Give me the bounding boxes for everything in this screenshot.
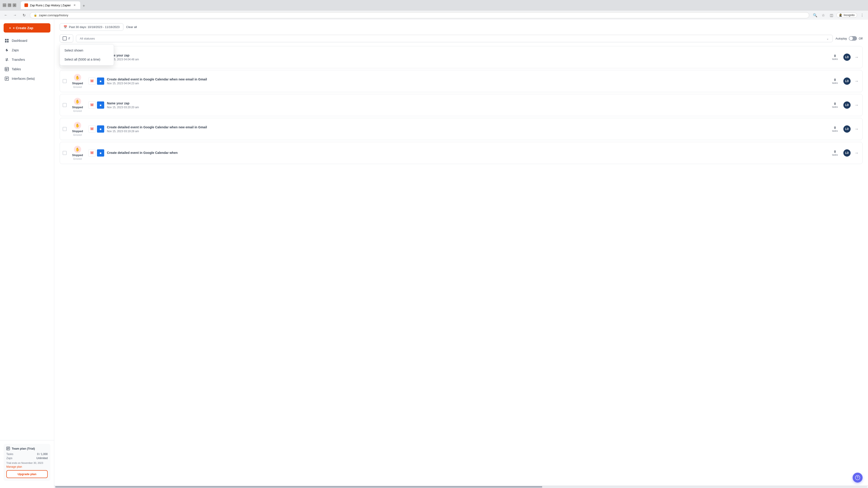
row-arrow-button[interactable]: → xyxy=(853,78,860,84)
interfaces-icon xyxy=(4,76,9,81)
row-arrow-button[interactable]: → xyxy=(853,54,860,60)
menu-button[interactable]: ⋮ xyxy=(859,12,865,18)
chevron-down-icon: ⌄ xyxy=(827,37,829,40)
select-dropdown-button[interactable]: ⇵ xyxy=(60,34,73,42)
search-button[interactable]: 🔍 xyxy=(812,12,818,18)
tasks-count: 0 xyxy=(829,102,841,105)
status-sub: Errored xyxy=(73,133,82,136)
app-icons: M ■ xyxy=(88,125,104,133)
status-icon: ✋ xyxy=(74,146,81,153)
status-sub: Errored xyxy=(73,86,82,88)
autoplay-label: Autoplay xyxy=(835,37,847,40)
sidebar-bottom: Team plan (Trial) Tasks 0 / 1,000 Zaps U… xyxy=(0,440,54,484)
row-checkbox[interactable] xyxy=(63,127,67,131)
tab-close-btn[interactable]: ✕ xyxy=(72,3,76,7)
minimize-btn[interactable]: — xyxy=(3,3,6,7)
status-text: Stopped xyxy=(72,82,83,85)
sidebar-item-transfers[interactable]: Transfers xyxy=(2,55,52,64)
date-filter-pill[interactable]: 📅 Past 30 days: 10/18/2023 - 11/16/2023 xyxy=(60,23,123,31)
status-filter-dropdown[interactable]: All statuses ⌄ xyxy=(76,35,833,42)
app: + + Create Zap Dashboard xyxy=(0,20,868,488)
tasks-column: 0 tasks xyxy=(829,102,841,108)
zaps-row: Zaps Unlimited xyxy=(6,457,48,460)
gmail-icon: M xyxy=(88,101,96,109)
zap-run-row[interactable]: ✋ Stopped Errored M ■ Name your zap Nov … xyxy=(60,94,863,116)
zaps-value: Unlimited xyxy=(36,457,48,460)
row-checkbox[interactable] xyxy=(63,151,67,155)
status-icon: ✋ xyxy=(74,98,81,105)
user-avatar: LD xyxy=(843,101,850,109)
sidebar-item-tables[interactable]: Tables xyxy=(2,65,52,74)
app-icons: M ■ xyxy=(88,149,104,157)
status-icon: ✋ xyxy=(74,74,81,81)
svg-rect-1 xyxy=(7,39,8,40)
gmail-icon: M xyxy=(88,125,96,133)
clear-all-link[interactable]: Clear all xyxy=(126,25,137,29)
row-arrow-button[interactable]: → xyxy=(853,102,860,108)
close-btn[interactable]: ✕ xyxy=(13,3,16,7)
back-button[interactable]: ← xyxy=(3,12,9,18)
new-tab-button[interactable]: + xyxy=(81,3,87,9)
plan-title: Team plan (Trial) xyxy=(6,447,48,450)
select-all-item[interactable]: Select all (5000 at a time) xyxy=(60,55,114,64)
tasks-label: tasks xyxy=(829,58,841,60)
zap-run-row[interactable]: ✋ Stopped Errored M ■ Create detailed ev… xyxy=(60,142,863,164)
browser-chrome: — ❐ ✕ Zap Runs | Zap History | Zapier ✕ … xyxy=(0,0,868,20)
horizontal-scrollbar[interactable] xyxy=(54,485,868,488)
forward-button[interactable]: → xyxy=(12,12,18,18)
chevron-updown-icon: ⇵ xyxy=(68,37,70,40)
create-zap-button[interactable]: + + Create Zap xyxy=(4,23,51,33)
sidebar-nav: Dashboard Zaps Transfers xyxy=(0,36,54,83)
row-arrow-button[interactable]: → xyxy=(853,126,860,132)
scroll-thumb xyxy=(55,486,542,488)
manage-plan-link[interactable]: Manage plan xyxy=(6,465,48,468)
user-avatar: LD xyxy=(843,125,850,133)
row-checkbox[interactable] xyxy=(63,103,67,107)
sidebar-item-zaps[interactable]: Zaps xyxy=(2,46,52,55)
autoplay-state: Off xyxy=(859,37,863,40)
status-sub: Errored xyxy=(73,109,82,112)
tables-icon xyxy=(4,67,9,71)
status-badge: ✋ Stopped Errored xyxy=(69,146,86,160)
svg-rect-0 xyxy=(5,39,6,40)
browser-actions: 🔍 ☆ ◫ 🥷 Incognito ⋮ xyxy=(812,12,865,18)
tasks-value: 0 / 1,000 xyxy=(37,453,48,456)
plan-title-text: Team plan (Trial) xyxy=(12,447,35,450)
address-bar[interactable]: 🔒 zapier.com/app/history xyxy=(30,12,809,18)
reload-button[interactable]: ↻ xyxy=(21,12,27,18)
sidebar: + + Create Zap Dashboard xyxy=(0,20,54,488)
zap-timestamp: Nov 15, 2023 03:20:20 am xyxy=(107,106,827,109)
active-tab[interactable]: Zap Runs | Zap History | Zapier ✕ xyxy=(21,1,80,9)
sidebar-item-label: Interfaces (beta) xyxy=(12,77,35,80)
autoplay-toggle[interactable] xyxy=(849,36,857,41)
gcal-icon: ■ xyxy=(97,101,104,109)
row-checkbox[interactable] xyxy=(63,79,67,83)
sidebar-item-dashboard[interactable]: Dashboard xyxy=(2,36,52,45)
zap-run-row[interactable]: ✋ Stopped Errored M ■ Name your zap Nov … xyxy=(60,46,863,68)
tasks-column: 0 tasks xyxy=(829,126,841,132)
svg-rect-3 xyxy=(7,41,8,42)
dashboard-icon xyxy=(4,38,9,43)
zap-name: Create detailed event in Google Calendar… xyxy=(107,77,827,81)
row-arrow-button[interactable]: → xyxy=(853,150,860,156)
upgrade-plan-button[interactable]: Upgrade plan xyxy=(6,470,48,478)
gcal-icon: ■ xyxy=(97,125,104,133)
content-area: 📅 Past 30 days: 10/18/2023 - 11/16/2023 … xyxy=(54,20,868,485)
zap-info: Create detailed event in Google Calendar… xyxy=(107,151,827,155)
select-shown-item[interactable]: Select shown xyxy=(60,46,114,55)
extensions-button[interactable]: ◫ xyxy=(828,12,835,18)
sidebar-item-label: Tables xyxy=(12,67,21,71)
sidebar-item-interfaces[interactable]: Interfaces (beta) xyxy=(2,74,52,83)
sidebar-item-label: Dashboard xyxy=(12,39,27,42)
calendar-icon: 📅 xyxy=(64,25,67,29)
status-badge: ✋ Stopped Errored xyxy=(69,98,86,112)
zap-run-row[interactable]: ✋ Stopped Errored M ■ Create detailed ev… xyxy=(60,118,863,140)
scroll-track xyxy=(55,486,867,488)
gcal-icon: ■ xyxy=(97,149,104,157)
svg-point-12 xyxy=(857,479,858,479)
help-button[interactable] xyxy=(852,473,863,483)
bookmark-button[interactable]: ☆ xyxy=(820,12,827,18)
maximize-btn[interactable]: ❐ xyxy=(8,3,11,7)
user-avatar: LD xyxy=(843,54,850,61)
zap-run-row[interactable]: ✋ Stopped Errored M ■ Create detailed ev… xyxy=(60,70,863,92)
